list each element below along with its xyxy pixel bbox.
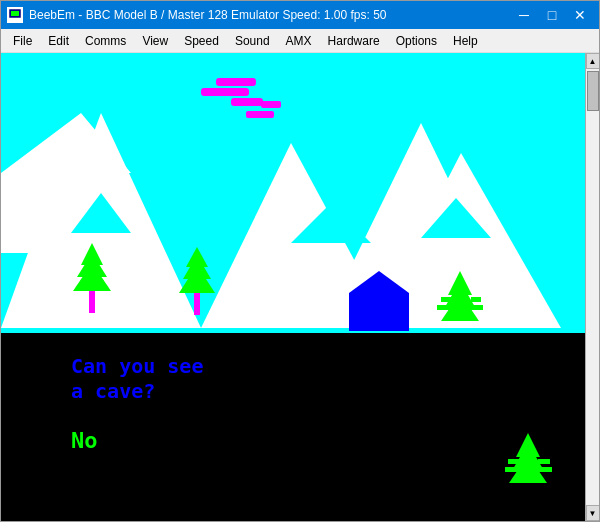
menu-item-view[interactable]: View — [134, 32, 176, 50]
title-bar-controls: ─ □ ✕ — [511, 5, 593, 25]
menu-item-speed[interactable]: Speed — [176, 32, 227, 50]
menu-item-sound[interactable]: Sound — [227, 32, 278, 50]
svg-rect-22 — [194, 293, 200, 315]
menu-item-hardware[interactable]: Hardware — [320, 32, 388, 50]
scrollbar[interactable]: ▲ ▼ — [585, 53, 599, 521]
title-bar: BeebEm - BBC Model B / Master 128 Emulat… — [1, 1, 599, 29]
svg-rect-15 — [231, 98, 263, 106]
svg-rect-17 — [261, 101, 281, 108]
svg-text:a cave?: a cave? — [71, 379, 155, 403]
close-button[interactable]: ✕ — [567, 5, 593, 25]
menu-item-file[interactable]: File — [5, 32, 40, 50]
svg-rect-34 — [471, 297, 481, 302]
scroll-thumb[interactable] — [587, 71, 599, 111]
minimize-button[interactable]: ─ — [511, 5, 537, 25]
window: BeebEm - BBC Model B / Master 128 Emulat… — [0, 0, 600, 522]
svg-rect-33 — [441, 297, 451, 302]
title-bar-left: BeebEm - BBC Model B / Master 128 Emulat… — [7, 7, 387, 23]
svg-rect-13 — [201, 88, 249, 96]
svg-text:Can you see: Can you see — [71, 354, 203, 378]
svg-rect-31 — [437, 305, 452, 310]
svg-rect-32 — [468, 305, 483, 310]
menu-item-edit[interactable]: Edit — [40, 32, 77, 50]
maximize-button[interactable]: □ — [539, 5, 565, 25]
menu-bar: FileEditCommsViewSpeedSoundAMXHardwareOp… — [1, 29, 599, 53]
game-scene: Can you see a cave? No — [1, 53, 587, 519]
svg-rect-18 — [89, 291, 95, 313]
window-title: BeebEm - BBC Model B / Master 128 Emulat… — [29, 8, 387, 22]
svg-rect-39 — [505, 467, 521, 472]
menu-item-options[interactable]: Options — [388, 32, 445, 50]
scroll-down-button[interactable]: ▼ — [586, 505, 600, 521]
scroll-up-button[interactable]: ▲ — [586, 53, 600, 69]
svg-rect-14 — [216, 78, 256, 86]
menu-item-amx[interactable]: AMX — [278, 32, 320, 50]
game-area: Can you see a cave? No ▲ ▼ — [1, 53, 599, 521]
svg-rect-40 — [536, 467, 552, 472]
menu-item-comms[interactable]: Comms — [77, 32, 134, 50]
app-icon — [7, 7, 23, 23]
svg-rect-41 — [508, 459, 520, 464]
svg-rect-1 — [11, 11, 19, 16]
svg-rect-16 — [246, 111, 274, 118]
svg-rect-42 — [538, 459, 550, 464]
menu-item-help[interactable]: Help — [445, 32, 486, 50]
svg-text:No: No — [71, 428, 98, 453]
